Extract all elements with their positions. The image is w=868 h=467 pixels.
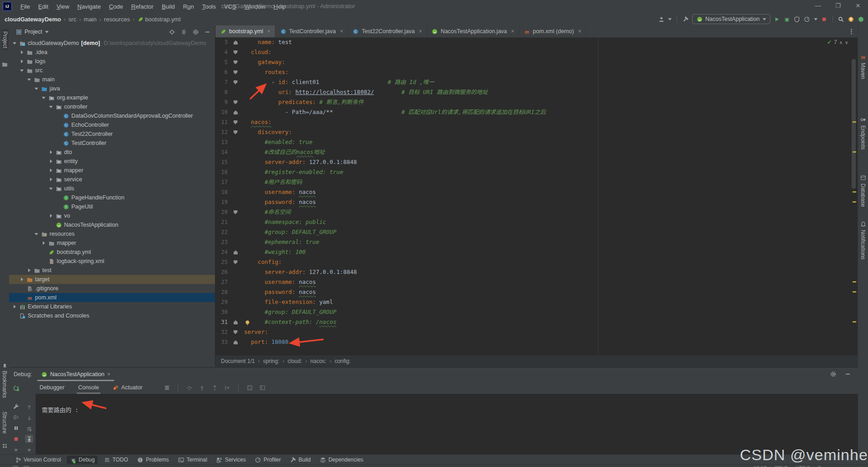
fold-marker-icon[interactable] xyxy=(234,50,238,55)
editor-scrollbar[interactable] xyxy=(852,59,856,189)
menu-refactor[interactable]: Refactor xyxy=(127,3,158,10)
status-item[interactable]: 2 spaces xyxy=(818,465,838,467)
toolwindow-button-build[interactable]: Build xyxy=(287,456,314,464)
menu-navigate[interactable]: Navigate xyxy=(73,3,105,10)
run-to-cursor-icon[interactable] xyxy=(224,384,230,391)
editor-tab-nacostestapplication-java[interactable]: NacosTestApplication.java× xyxy=(427,25,519,37)
editor-gutter[interactable]: 12 xyxy=(215,127,244,137)
prev-problem-icon[interactable]: ∧ xyxy=(839,40,843,45)
tree-row-scratches-and-consoles[interactable]: Scratches and Consoles xyxy=(9,311,215,320)
editor-gutter[interactable]: 20 xyxy=(215,207,244,217)
pause-icon[interactable] xyxy=(12,424,20,432)
settings-gear-icon[interactable] xyxy=(192,29,199,35)
wrench-icon[interactable] xyxy=(12,402,20,410)
more-icon[interactable]: » xyxy=(12,446,20,454)
fold-marker-icon[interactable] xyxy=(234,100,238,104)
tree-chevron-icon[interactable] xyxy=(20,68,25,73)
close-icon[interactable]: × xyxy=(511,28,514,35)
menu-view[interactable]: View xyxy=(52,3,73,10)
tree-chevron-icon[interactable] xyxy=(49,168,54,173)
doc-breadcrumb-item[interactable]: config: xyxy=(334,358,350,364)
sidebar-tab-endpoints[interactable]: Endpoints xyxy=(858,116,868,149)
fold-marker-icon[interactable] xyxy=(234,110,238,114)
doc-breadcrumb-item[interactable]: nacos: xyxy=(310,358,326,364)
status-item[interactable]: 12:17 xyxy=(754,465,767,467)
intention-bulb-icon[interactable] xyxy=(244,319,250,325)
scroll-end-icon[interactable] xyxy=(25,435,33,443)
tree-chevron-icon[interactable] xyxy=(20,277,25,282)
menu-code[interactable]: Code xyxy=(105,3,127,10)
toolwindow-button-services[interactable]: Services xyxy=(213,456,249,464)
debug-tab-debugger[interactable]: Debugger xyxy=(38,381,66,394)
tree-row-cloudgatewaydemo[interactable]: cloudGatewayDemo[demo]D:\workspace\study… xyxy=(9,39,215,48)
structure-tab-icon[interactable] xyxy=(1,442,8,449)
editor-gutter[interactable]: 33 xyxy=(215,337,244,347)
tree-row-resources[interactable]: resources xyxy=(9,229,215,238)
close-icon[interactable]: × xyxy=(419,28,422,35)
fold-marker-icon[interactable] xyxy=(234,130,238,134)
doc-breadcrumb-item[interactable]: spring: xyxy=(263,358,279,364)
code-editor[interactable]: 3 name: test4 cloud:5 gateway:6 routes:7… xyxy=(215,37,858,347)
fold-marker-icon[interactable] xyxy=(234,260,238,264)
tree-row-mapper[interactable]: mapper xyxy=(9,166,215,175)
step-over-icon[interactable] xyxy=(186,384,192,391)
tree-row-pageutil[interactable]: IPageUtil xyxy=(9,202,215,211)
tree-row--gitignore[interactable]: .gitignore xyxy=(9,284,215,293)
toolwindow-button-terminal[interactable]: Terminal xyxy=(175,456,210,464)
breadcrumb-item[interactable]: cloudGatewayDemo xyxy=(5,16,61,23)
tree-row-test[interactable]: test xyxy=(9,266,215,275)
tree-row-vo[interactable]: vo xyxy=(9,211,215,220)
lock-icon[interactable] xyxy=(856,465,863,467)
sidebar-tab-structure[interactable]: Structure xyxy=(1,412,8,434)
fold-marker-icon[interactable] xyxy=(234,40,238,45)
tree-chevron-icon[interactable] xyxy=(42,95,46,100)
editor-gutter[interactable]: 15 xyxy=(215,157,244,167)
doc-breadcrumb-item[interactable]: cloud: xyxy=(288,358,302,364)
tree-chevron-icon[interactable] xyxy=(49,104,54,109)
updates-icon[interactable] xyxy=(848,16,854,22)
tree-chevron-icon[interactable] xyxy=(13,304,17,309)
tree-row--idea[interactable]: .idea xyxy=(9,48,215,57)
editor-gutter[interactable]: 26 xyxy=(215,267,244,277)
editor-gutter[interactable]: 22 xyxy=(215,227,244,237)
layout-settings-icon[interactable] xyxy=(259,384,265,391)
tree-chevron-icon[interactable] xyxy=(49,214,54,218)
fold-marker-icon[interactable] xyxy=(234,340,238,344)
user-icon[interactable] xyxy=(658,16,664,22)
fold-marker-icon[interactable] xyxy=(234,320,238,324)
editor-gutter[interactable]: 14 xyxy=(215,147,244,157)
minimize-button[interactable]: — xyxy=(808,0,828,13)
status-item[interactable]: UTF-8 xyxy=(796,465,810,467)
tree-row-controller[interactable]: controller xyxy=(9,102,215,111)
profiler-button-icon[interactable] xyxy=(804,16,810,22)
debug-session-tab[interactable]: NacosTestApplication × xyxy=(37,368,114,381)
editor-gutter[interactable]: 9 xyxy=(215,97,244,107)
threads-menu-icon[interactable] xyxy=(164,384,170,391)
editor-gutter[interactable]: 24 xyxy=(215,247,244,257)
close-icon[interactable]: × xyxy=(340,28,343,35)
tree-row-utils[interactable]: utils xyxy=(9,184,215,193)
tree-row-target[interactable]: target xyxy=(9,275,215,284)
build-hammer-icon[interactable] xyxy=(682,16,688,22)
tree-row-pagehandlefunction[interactable]: IPageHandleFunction xyxy=(9,193,215,202)
breadcrumb-item[interactable]: resources xyxy=(104,16,130,23)
doc-breadcrumb-item[interactable]: Document 1/1 xyxy=(221,358,255,364)
soft-wrap-icon[interactable] xyxy=(25,425,33,433)
editor-gutter[interactable]: 16 xyxy=(215,167,244,177)
tree-chevron-icon[interactable] xyxy=(49,159,54,164)
tree-chevron-icon[interactable] xyxy=(35,86,39,91)
run-configuration-select[interactable]: NacosTestApplication xyxy=(692,14,770,24)
hide-icon[interactable] xyxy=(204,29,210,35)
toolwindow-button-dependencies[interactable]: Dependencies xyxy=(317,456,367,464)
tree-row-pom-xml[interactable]: mpom.xml xyxy=(9,293,215,302)
project-panel-title[interactable]: Project xyxy=(25,29,42,35)
toolwindow-button-profiler[interactable]: Profiler xyxy=(252,456,284,464)
fold-marker-icon[interactable] xyxy=(234,120,238,124)
editor-gutter[interactable]: 7 xyxy=(215,77,244,87)
menu-edit[interactable]: Edit xyxy=(34,3,52,10)
url-link[interactable]: http://localhost:18082/ xyxy=(295,89,374,95)
fold-marker-icon[interactable] xyxy=(234,330,238,334)
editor-gutter[interactable]: 6 xyxy=(215,67,244,77)
tree-row-src[interactable]: src xyxy=(9,66,215,75)
fold-marker-icon[interactable] xyxy=(234,60,238,65)
